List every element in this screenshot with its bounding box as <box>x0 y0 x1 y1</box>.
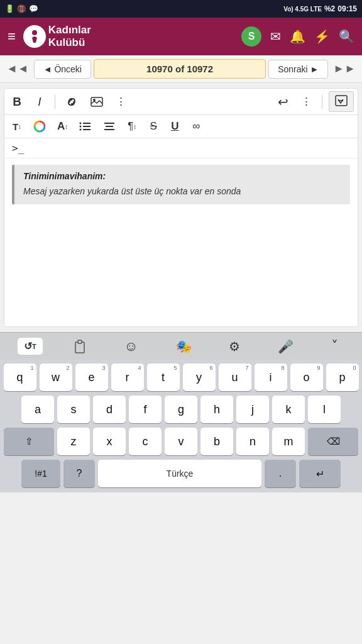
editor-container[interactable]: B I ⋮ ↩ ⋮ T <box>4 88 358 327</box>
status-right: Vo) 4.5G LTE %2 09:15 <box>283 4 357 13</box>
key-m[interactable]: m <box>272 428 305 455</box>
clipboard-icon <box>74 340 86 353</box>
emoji-tool-button[interactable]: ☺ <box>118 336 144 357</box>
quote-author: Tiniminimavihanim: <box>23 171 341 181</box>
undo-button[interactable]: ↩ <box>274 92 292 112</box>
symbols-key[interactable]: !#1 <box>21 460 60 487</box>
clipboard-tool-button[interactable] <box>67 337 92 356</box>
key-p[interactable]: 0p <box>326 364 359 391</box>
sticker-tool-button[interactable]: 🎭 <box>170 336 198 357</box>
key-b[interactable]: b <box>200 428 233 455</box>
mail-icon[interactable]: ✉ <box>270 29 281 44</box>
key-h[interactable]: h <box>200 396 233 423</box>
key-y[interactable]: 6y <box>183 364 216 391</box>
search-icon[interactable]: 🔍 <box>339 29 354 44</box>
bold-button[interactable]: B <box>8 92 26 111</box>
key-z[interactable]: z <box>57 428 90 455</box>
toolbar-row-2: T↕ A↕ <box>4 115 358 138</box>
key-v[interactable]: v <box>165 428 197 455</box>
key-l[interactable]: l <box>308 396 341 423</box>
key-n[interactable]: n <box>236 428 269 455</box>
chevron-down-tool-button[interactable]: ˅ <box>325 336 344 357</box>
battery-percent: %2 <box>324 4 335 13</box>
more-button-3[interactable]: ⋮ <box>297 92 315 111</box>
color-button[interactable] <box>30 118 50 135</box>
backspace-key[interactable]: ⌫ <box>308 428 358 455</box>
key-r[interactable]: 4r <box>111 364 144 391</box>
more-button-2[interactable]: ⋮ <box>112 92 130 111</box>
editor-empty-area[interactable] <box>4 211 358 286</box>
svg-point-0 <box>32 30 37 35</box>
hamburger-menu-button[interactable]: ≡ <box>8 28 16 45</box>
format-tool-button[interactable]: ↺T <box>18 338 43 355</box>
period-key[interactable]: . <box>265 460 296 487</box>
flash-icon[interactable]: ⚡ <box>314 29 330 44</box>
special-button[interactable] <box>329 91 354 112</box>
key-c[interactable]: c <box>129 428 162 455</box>
shift-key[interactable]: ⇧ <box>4 428 54 455</box>
link-button[interactable] <box>62 95 82 109</box>
key-j[interactable]: j <box>236 396 269 423</box>
user-avatar[interactable]: S <box>241 26 261 47</box>
skip-back-button[interactable]: ◄◄ <box>4 60 31 78</box>
keyboard-row-3: ⇧ z x c v b n m ⌫ <box>1 428 361 455</box>
code-line[interactable]: >_ <box>4 138 358 158</box>
font-button[interactable]: A↕ <box>53 118 72 135</box>
logo-icon <box>23 25 46 48</box>
mic-tool-button[interactable]: 🎤 <box>272 336 300 357</box>
navigation-bar: ◄◄ ◄ Önceki 10970 of 10972 Sonraki ► ►► <box>0 55 362 83</box>
key-w[interactable]: 2w <box>40 364 72 391</box>
prev-button[interactable]: ◄ Önceki <box>34 60 91 79</box>
logo-area: Kadınlar Kulübü <box>23 24 234 50</box>
key-k[interactable]: k <box>272 396 305 423</box>
enter-key[interactable]: ↵ <box>299 460 341 487</box>
bell-icon[interactable]: 🔔 <box>290 29 305 44</box>
hyperlink-button[interactable]: ∞ <box>187 118 205 135</box>
skip-forward-button[interactable]: ►► <box>331 60 358 78</box>
key-x[interactable]: x <box>93 428 126 455</box>
key-s[interactable]: s <box>57 396 90 423</box>
status-bar: 🔋 📵 💬 Vo) 4.5G LTE %2 09:15 <box>0 0 362 18</box>
link-icon <box>65 97 78 106</box>
keyboard-row-4: !#1 ? Türkçe . ↵ <box>1 460 361 487</box>
time-display: 09:15 <box>337 4 357 13</box>
key-o[interactable]: 9o <box>290 364 323 391</box>
svg-point-10 <box>80 126 82 128</box>
text-size-button[interactable]: T↕ <box>8 119 26 135</box>
underline-button[interactable]: U <box>166 118 184 135</box>
keyboard: 1q 2w 3e 4r 5t 6y 7u 8i 9o 0p a s d f g … <box>0 360 362 492</box>
woman-silhouette-icon <box>27 29 42 44</box>
key-a[interactable]: a <box>21 396 54 423</box>
key-q[interactable]: 1q <box>4 364 36 391</box>
key-i[interactable]: 8i <box>255 364 287 391</box>
battery-icon: 🔋 <box>5 4 14 13</box>
keyboard-row-1: 1q 2w 3e 4r 5t 6y 7u 8i 9o 0p <box>1 364 361 391</box>
key-u[interactable]: 7u <box>219 364 251 391</box>
network-info: Vo) 4.5G LTE <box>283 6 322 13</box>
separator-2 <box>322 95 322 109</box>
paragraph-button[interactable]: ¶↕ <box>123 118 141 135</box>
key-f[interactable]: f <box>129 396 162 423</box>
status-left-icons: 🔋 📵 💬 <box>5 4 38 13</box>
key-t[interactable]: 5t <box>147 364 180 391</box>
list-button[interactable] <box>75 119 96 134</box>
svg-rect-16 <box>78 340 82 343</box>
quote-block: Tiniminimavihanim: Mesaj yazarken yukard… <box>12 165 350 204</box>
keyboard-toolbar: ↺T ☺ 🎭 ⚙ 🎤 ˅ <box>0 332 362 360</box>
special-icon <box>334 94 348 107</box>
toolbar-row-1: B I ⋮ ↩ ⋮ <box>4 89 358 115</box>
key-e[interactable]: 3e <box>75 364 108 391</box>
align-button[interactable] <box>99 119 119 134</box>
key-d[interactable]: d <box>93 396 126 423</box>
question-key[interactable]: ? <box>63 460 95 487</box>
strikethrough-button[interactable]: S <box>145 118 162 135</box>
italic-button[interactable]: I <box>31 92 48 111</box>
settings-tool-button[interactable]: ⚙ <box>222 336 246 357</box>
page-counter: 10970 of 10972 <box>94 59 266 79</box>
key-g[interactable]: g <box>165 396 197 423</box>
next-button[interactable]: Sonraki ► <box>268 60 328 79</box>
align-icon <box>103 121 116 131</box>
space-key[interactable]: Türkçe <box>98 460 261 487</box>
whatsapp-icon: 💬 <box>29 4 38 13</box>
image-button[interactable] <box>87 94 107 109</box>
